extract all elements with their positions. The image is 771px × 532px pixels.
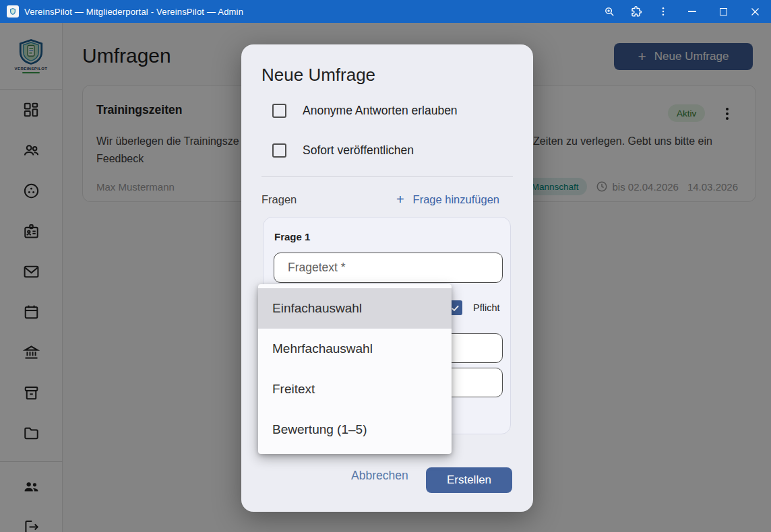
- cancel-button[interactable]: Abbrechen: [351, 469, 408, 483]
- app-favicon-icon: [7, 5, 19, 18]
- maximize-button[interactable]: [708, 0, 739, 23]
- required-checkbox-row[interactable]: Pflicht: [448, 300, 500, 315]
- publish-now-checkbox[interactable]: [272, 143, 286, 158]
- modal-title: Neue Umfrage: [261, 65, 375, 86]
- anonymous-checkbox[interactable]: [272, 104, 286, 118]
- create-button[interactable]: Erstellen: [426, 467, 512, 493]
- minimize-button[interactable]: [677, 0, 708, 23]
- modal-divider: [261, 176, 513, 177]
- question-type-dropdown: Einfachauswahl Mehrfachauswahl Freitext …: [258, 284, 452, 454]
- question-text-input[interactable]: Fragetext *: [274, 253, 503, 283]
- extensions-icon[interactable]: [623, 0, 650, 23]
- plus-icon: +: [396, 192, 404, 207]
- window-titlebar: VereinsPilot — Mitgliederportal - Verein…: [0, 0, 771, 23]
- anonymous-checkbox-row[interactable]: Anonyme Antworten erlauben: [272, 102, 458, 119]
- dropdown-option-multiple-choice[interactable]: Mehrfachauswahl: [258, 329, 452, 369]
- zoom-icon[interactable]: [596, 0, 623, 23]
- browser-menu-icon[interactable]: [650, 0, 677, 23]
- dropdown-option-single-choice[interactable]: Einfachauswahl: [258, 288, 452, 329]
- questions-section-label: Fragen: [261, 193, 297, 206]
- publish-now-checkbox-row[interactable]: Sofort veröffentlichen: [272, 141, 414, 159]
- dropdown-option-rating[interactable]: Bewertung (1–5): [258, 409, 452, 450]
- question-card-title: Frage 1: [274, 231, 310, 242]
- dropdown-option-free-text[interactable]: Freitext: [258, 369, 452, 409]
- close-button[interactable]: [739, 0, 771, 23]
- add-question-button[interactable]: + Frage hinzufügen: [396, 192, 499, 207]
- window-title: VereinsPilot — Mitgliederportal - Verein…: [24, 7, 243, 17]
